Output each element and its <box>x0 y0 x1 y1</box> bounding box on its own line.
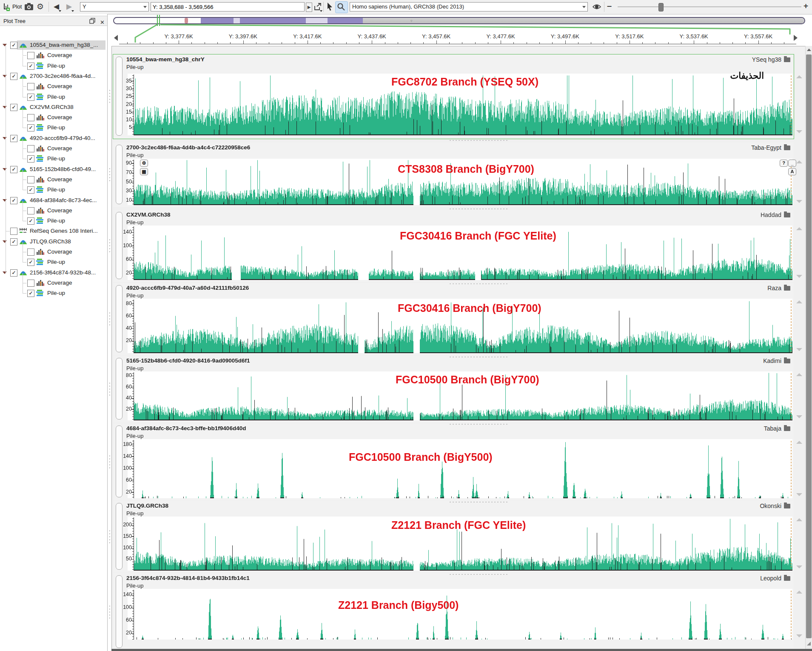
tree-item-sample-5[interactable]: ✓4684-af384afc-8c73-4ec... <box>0 196 107 206</box>
track-scroll-down-icon[interactable] <box>796 634 802 637</box>
collapse-triangle-icon[interactable] <box>3 137 7 140</box>
track-panel[interactable]: 4920-accc6fb9-479d-40a7-a60d-42111fb5012… <box>113 283 794 355</box>
tree-subitem-coverage[interactable]: Coverage <box>0 206 107 216</box>
tree-item-sample-8[interactable]: ✓2156-3f64c874-932b-48... <box>0 268 107 278</box>
tree-subitem-pile-up[interactable]: ✓Pile-up <box>0 288 107 299</box>
tree-item-sample-1[interactable]: ✓2700-3c2ec486-f6aa-4d... <box>0 71 107 82</box>
track-resize-dots-handle[interactable] <box>449 356 508 358</box>
track-checkbox[interactable]: ✓ <box>10 166 17 173</box>
track-scroll-down-icon[interactable] <box>796 348 802 351</box>
vertical-scrollbar[interactable] <box>805 46 812 651</box>
folder-icon[interactable] <box>784 426 790 431</box>
tree-item-refseq-genes[interactable]: RefSeq Genes 108 Interi... <box>0 226 107 237</box>
panel-drag-dots[interactable] <box>109 454 111 470</box>
track-scroll-down-icon[interactable] <box>796 565 802 568</box>
track-checkbox[interactable]: ✓ <box>10 197 17 204</box>
tree-subitem-coverage[interactable]: Coverage <box>0 113 107 123</box>
subtrack-checkbox[interactable]: ✓ <box>27 259 34 266</box>
help-button[interactable]: ? <box>780 160 788 167</box>
track-panel[interactable]: 2700-3c2ec486-f6aa-4d4b-a4c4-c72220958ce… <box>113 143 794 207</box>
track-scroll-up-icon[interactable] <box>796 591 802 594</box>
plot-settings-gear-button[interactable]: ⚙ <box>140 160 148 167</box>
track-scroll-down-icon[interactable] <box>796 415 802 418</box>
track-scroll-up-icon[interactable] <box>796 441 802 444</box>
track-scroll-down-icon[interactable] <box>796 130 802 133</box>
track-scroll-up-icon[interactable] <box>796 373 802 376</box>
track-panel[interactable]: 2156-3f64c874-932b-4814-81b4-9433b1fb14c… <box>113 573 794 651</box>
tree-subitem-pile-up[interactable]: ✓Pile-up <box>0 123 107 133</box>
track-checkbox[interactable]: ✓ <box>10 135 17 142</box>
collapse-triangle-icon[interactable] <box>3 106 7 108</box>
tree-subitem-pile-up[interactable]: ✓Pile-up <box>0 61 107 71</box>
tree-subitem-pile-up[interactable]: ✓Pile-up <box>0 257 107 268</box>
subtrack-checkbox[interactable]: ✓ <box>27 124 34 131</box>
subtrack-checkbox[interactable] <box>27 248 34 256</box>
track-scroll-down-icon[interactable] <box>796 200 802 203</box>
collapse-triangle-icon[interactable] <box>3 168 7 171</box>
folder-icon[interactable] <box>784 504 790 508</box>
folder-icon[interactable] <box>784 286 790 291</box>
track-scroll-down-icon[interactable] <box>796 275 802 278</box>
subtrack-checkbox[interactable]: ✓ <box>27 290 34 297</box>
autoscale-button[interactable]: A <box>788 168 796 175</box>
subtrack-checkbox[interactable] <box>27 280 34 287</box>
tree-subitem-pile-up[interactable]: ✓Pile-up <box>0 154 107 164</box>
folder-icon[interactable] <box>784 576 790 581</box>
subtrack-checkbox[interactable] <box>27 145 34 152</box>
tree-subitem-coverage[interactable]: Coverage <box>0 82 107 92</box>
tree-item-sample-2[interactable]: ✓CX2VM.GRCh38 <box>0 103 107 113</box>
track-scroll-down-icon[interactable] <box>796 493 802 496</box>
panel-drag-dots[interactable] <box>109 238 111 254</box>
track-resize-dots-handle[interactable] <box>449 501 508 503</box>
folder-icon[interactable] <box>784 213 790 217</box>
track-resize-dots-handle[interactable] <box>449 140 508 141</box>
tree-subitem-pile-up[interactable]: ✓Pile-up <box>0 185 107 195</box>
track-resize-dots-handle[interactable] <box>449 574 508 575</box>
collapse-triangle-icon[interactable] <box>3 271 7 274</box>
subtrack-checkbox[interactable] <box>27 114 34 121</box>
track-checkbox[interactable]: ✓ <box>10 238 17 246</box>
track-panel[interactable]: 4684-af384afc-8c73-4ec3-bffe-bb1f9406d40… <box>113 423 794 500</box>
track-checkbox[interactable]: ✓ <box>10 73 17 80</box>
panel-drag-dots[interactable] <box>109 529 111 545</box>
folder-icon[interactable] <box>784 146 790 150</box>
tree-subitem-coverage[interactable]: Coverage <box>0 51 107 61</box>
pileup-plot[interactable] <box>128 439 792 498</box>
track-panel[interactable]: JTLQ9.GRCh38 Pile-up Okonski 20015010050… <box>113 501 794 573</box>
subtrack-checkbox[interactable] <box>27 52 34 59</box>
track-scroll-up-icon[interactable] <box>796 75 802 78</box>
tree-subitem-pile-up[interactable]: ✓Pile-up <box>0 92 107 103</box>
scrollbar-thumb[interactable] <box>806 54 812 638</box>
horizontal-scrollbar-edge[interactable] <box>111 649 812 651</box>
tree-subitem-pile-up[interactable]: ✓Pile-up <box>0 216 107 226</box>
folder-icon[interactable] <box>784 57 790 62</box>
track-resize-dots-handle[interactable] <box>449 423 508 425</box>
track-panel[interactable]: CX2VM.GRCh38 Pile-up Haddad 1401006020 F… <box>113 210 794 282</box>
track-panel[interactable]: 10554_bwa-mem_hg38_chrY Pile-up YSeq hg3… <box>113 54 794 139</box>
minimize-button[interactable]: _ <box>788 160 796 167</box>
tree-subitem-coverage[interactable]: Coverage <box>0 278 107 288</box>
folder-icon[interactable] <box>784 359 790 363</box>
panel-drag-dots[interactable] <box>109 382 111 397</box>
track-scroll-up-icon[interactable] <box>796 160 802 163</box>
track-scroll-up-icon[interactable] <box>796 227 802 230</box>
subtrack-checkbox[interactable] <box>27 83 34 90</box>
collapse-triangle-icon[interactable] <box>3 240 7 243</box>
plot-grid-button[interactable]: ▦ <box>140 168 148 175</box>
track-resize-dots-handle[interactable] <box>449 208 508 210</box>
collapse-triangle-icon[interactable] <box>3 199 7 202</box>
track-resize-dots-handle[interactable] <box>449 283 508 285</box>
track-scroll-up-icon[interactable] <box>796 300 802 303</box>
track-checkbox[interactable] <box>10 228 17 235</box>
track-panel[interactable]: 5165-152b48b6-cfd0-4920-8416-9ad09005d6f… <box>113 356 794 423</box>
subtrack-checkbox[interactable]: ✓ <box>27 94 34 101</box>
panel-drag-dots[interactable] <box>109 311 111 327</box>
tree-subitem-coverage[interactable]: Coverage <box>0 144 107 154</box>
collapse-triangle-icon[interactable] <box>3 75 7 77</box>
subtrack-checkbox[interactable] <box>27 176 34 183</box>
track-checkbox[interactable]: ✓ <box>10 269 17 277</box>
panel-drag-dots[interactable] <box>109 605 111 620</box>
subtrack-checkbox[interactable]: ✓ <box>27 63 34 70</box>
tree-subitem-coverage[interactable]: Coverage <box>0 247 107 257</box>
panel-drag-dots[interactable] <box>109 167 111 183</box>
